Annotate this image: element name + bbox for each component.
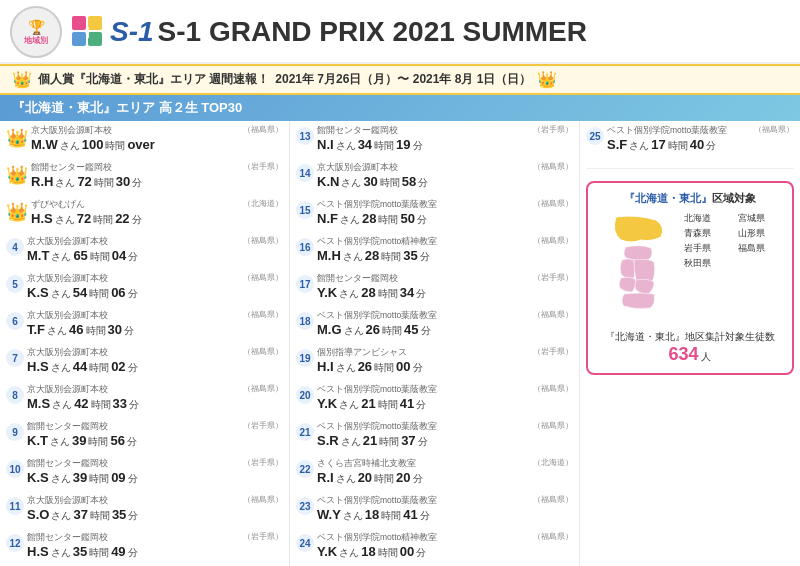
time-hours: 28 [362,211,376,226]
person-name: Y.K [317,396,337,411]
rank-info: ベスト個別学院motto葉蔭教室（福島県） W.Y さん 18時間41分 [314,495,573,523]
person-row: R.I さん 20時間20分 [317,470,573,486]
rank-item: 21 ベスト個別学院motto葉蔭教室（福島県） S.R さん 21時間37分 [296,421,573,453]
rank-info: 京大阪別会源町本校（福島県） K.S さん 54時間06分 [24,273,283,301]
rank-number: 19 [296,349,314,367]
rank-info: ベスト個別学院motto葉蔭教室（福島県） N.F さん 28時間50分 [314,199,573,227]
rank-number: 14 [296,164,314,182]
rank-item: 18 ベスト個別学院motto葉蔭教室（福島県） M.G さん 26時間45分 [296,310,573,342]
time-hours: 39 [73,470,87,485]
time-hours: 34 [358,137,372,152]
rank-info: ずびやむげん（北海道） H.S さん 72時間22分 [28,199,283,227]
person-row: S.F さん 17時間40分 [607,137,794,153]
rank-item: 7 京大阪別会源町本校（福島県） H.S さん 44時間02分 [6,347,283,379]
time-hours: 28 [365,248,379,263]
person-name: S.R [317,433,339,448]
prefecture: （岩手県） [243,162,283,172]
rank-info: 館開センター鑑岡校（岩手県） H.S さん 35時間49分 [24,532,283,560]
rank-item: 23 ベスト個別学院motto葉蔭教室（福島県） W.Y さん 18時間41分 [296,495,573,527]
rank-item: 14 京大阪別会源町本校（福島県） K.N さん 30時間58分 [296,162,573,194]
time-hours: 28 [361,285,375,300]
prefecture: （北海道） [243,199,283,209]
time-minutes: 35 [403,248,417,263]
san: さん [341,435,361,449]
header: 🏆 地域別 i S-1 S-1 GRAND PRIX 2021 SUMMER [0,0,800,64]
school-name: 京大阪別会源町本校（福島県） [31,125,283,137]
prefecture: （福島県） [243,384,283,394]
person-row: S.O さん 37時間35分 [27,507,283,523]
person-row: K.S さん 39時間09分 [27,470,283,486]
main-content: 👑 京大阪別会源町本校（福島県） M.W さん 100時間 over 👑 館開セ… [0,121,800,566]
school-name: 館開センター鑑岡校（岩手県） [27,421,283,433]
school-name: 館開センター鑑岡校（岩手県） [27,532,283,544]
rank-item: 8 京大阪別会源町本校（福島県） M.S さん 42時間33分 [6,384,283,416]
person-row: H.S さん 44時間02分 [27,359,283,375]
person-name: H.S [27,544,49,559]
san: さん [52,398,72,412]
rank-item: 6 京大阪別会源町本校（福島県） T.F さん 46時間30分 [6,310,283,342]
rank-info: 京大阪別会源町本校（福島県） H.S さん 44時間02分 [24,347,283,375]
san: さん [60,139,80,153]
rank-number: 23 [296,497,314,515]
san: さん [629,139,649,153]
school-name: 京大阪別会源町本校（福島県） [27,347,283,359]
san: さん [55,213,75,227]
pref-yamagata: 山形県 [738,227,784,240]
sub-header: 👑 個人賞『北海道・東北』エリア 週間速報！ 2021年 7月26日（月）〜 2… [0,64,800,95]
prefecture: （岩手県） [533,125,573,135]
time-hours: 37 [73,507,87,522]
award-badge: 🏆 地域別 [10,6,62,58]
prefecture: （福島県） [243,347,283,357]
time-minutes: 30 [116,174,130,189]
san: さん [50,435,70,449]
time-minutes: 49 [111,544,125,559]
san: さん [341,176,361,190]
brand-s1: S-1 [110,16,154,48]
school-name: ベスト個別学院motto精神教室（福島県） [317,532,573,544]
rank-item: 10 館開センター鑑岡校（岩手県） K.S さん 39時間09分 [6,458,283,490]
pref-miyagi: 宮城県 [738,212,784,225]
area-box: 『北海道・東北』区域対象 [586,181,794,375]
prefecture-list: 北海道 宮城県 青森県 山形県 岩手県 福島県 秋田県 [684,212,784,270]
person-name: T.F [27,322,45,337]
prefecture: （福島県） [243,236,283,246]
time-minutes: 56 [110,433,124,448]
person-name: M.S [27,396,50,411]
pref-akita: 秋田県 [684,257,730,270]
rank-info: 個別指導アンビシャス（岩手県） H.I さん 26時間00分 [314,347,573,375]
time-hours: 26 [358,359,372,374]
svg-rect-1 [88,16,102,30]
school-name: 館開センター鑑岡校（岩手県） [317,273,573,285]
person-row: H.S さん 35時間49分 [27,544,283,560]
rank-number: 20 [296,386,314,404]
time-hours: 72 [77,211,91,226]
prefecture: （岩手県） [243,532,283,542]
svg-rect-0 [72,16,86,30]
person-name: M.T [27,248,49,263]
rank-item: 👑 ずびやむげん（北海道） H.S さん 72時間22分 [6,199,283,231]
total-row: 『北海道・東北』地区集計対象生徒数 634 人 [596,330,784,365]
person-row: K.T さん 39時間56分 [27,433,283,449]
prefecture: （福島県） [243,310,283,320]
person-name: S.O [27,507,49,522]
school-name: 京大阪別会源町本校（福島県） [27,495,283,507]
time-hours: 18 [361,544,375,559]
rank-info: 京大阪別会源町本校（福島県） M.S さん 42時間33分 [24,384,283,412]
pref-iwate: 岩手県 [684,242,730,255]
rank-info: 京大阪別会源町本校（福島県） S.O さん 37時間35分 [24,495,283,523]
time-minutes: 22 [115,211,129,226]
person-name: K.T [27,433,48,448]
time-minutes: 41 [403,507,417,522]
person-row: N.I さん 34時間19分 [317,137,573,153]
silver-crown: 👑 [6,164,28,186]
prefecture: （福島県） [533,162,573,172]
prefecture: （福島県） [533,384,573,394]
school-name: 個別指導アンビシャス（岩手県） [317,347,573,359]
rank-number: 5 [6,275,24,293]
pref-hokkaido: 北海道 [684,212,730,225]
school-name: ずびやむげん（北海道） [31,199,283,211]
svg-text:i: i [86,25,90,41]
prefecture: （福島県） [243,125,283,135]
time-minutes: 37 [401,433,415,448]
person-name: K.S [27,470,49,485]
